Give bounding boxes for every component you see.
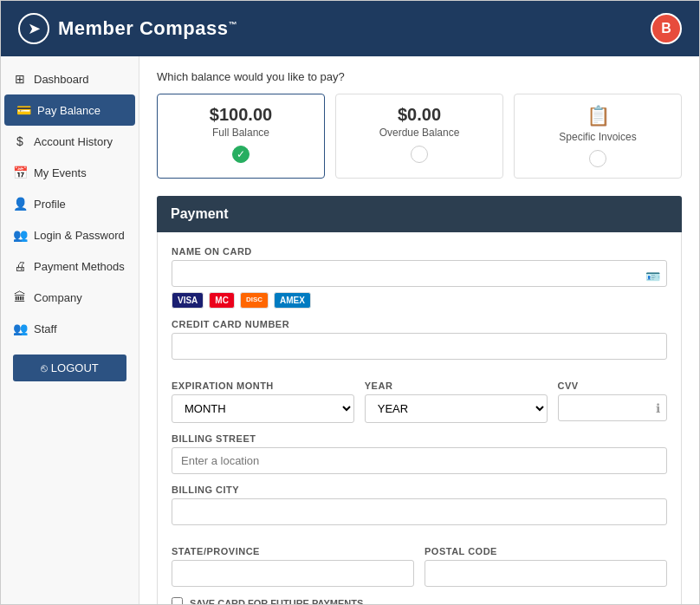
billing-street-group: BILLING STREET	[172, 433, 667, 474]
payment-body: NAME ON CARD 🪪 VISA MC DISC AMEX CREDIT …	[157, 232, 682, 604]
header-left: ➤ Member Compass™	[18, 13, 237, 44]
sidebar-item-pay-balance-label: Pay Balance	[37, 104, 100, 117]
compass-icon: ➤	[18, 13, 49, 44]
sidebar-item-my-events[interactable]: 📅 My Events	[1, 157, 139, 188]
expiry-year-label: YEAR	[365, 381, 548, 391]
company-icon: 🏛	[13, 290, 27, 304]
expiry-month-group: EXPIRATION MONTH MONTH	[172, 381, 354, 423]
checkboxes-area: SAVE CARD FOR FUTURE PAYMENTS ↘ AUTO-PAY…	[172, 597, 667, 604]
sidebar-item-account-history[interactable]: $ Account History	[1, 126, 139, 157]
balance-options: $100.00 Full Balance ✓ $0.00 Overdue Bal…	[157, 94, 682, 179]
payment-header: Payment	[157, 196, 682, 232]
postal-group: POSTAL CODE	[425, 546, 667, 587]
expiry-year-group: YEAR YEAR	[365, 381, 548, 423]
visa-icon: VISA	[172, 292, 204, 309]
state-group: STATE/PROVINCE	[172, 546, 414, 587]
name-on-card-group: NAME ON CARD 🪪 VISA MC DISC AMEX	[172, 246, 667, 309]
credit-card-label: CREDIT CARD NUMBER	[172, 319, 667, 329]
balance-full[interactable]: $100.00 Full Balance ✓	[157, 94, 325, 179]
expiry-month-select[interactable]: MONTH	[172, 394, 354, 423]
expiry-year-select[interactable]: YEAR	[365, 394, 548, 423]
sidebar-item-payment-methods[interactable]: 🖨 Payment Methods	[1, 250, 139, 282]
billing-city-input[interactable]	[172, 498, 667, 525]
sidebar: ⊞ Dashboard 💳 Pay Balance $ Account Hist…	[1, 56, 139, 604]
overdue-balance-indicator	[411, 146, 428, 163]
sidebar-item-dashboard-label: Dashboard	[34, 73, 89, 86]
specific-balance-label: Specific Invoices	[525, 131, 671, 143]
profile-icon: 👤	[13, 197, 27, 211]
sidebar-item-payment-methods-label: Payment Methods	[34, 260, 125, 273]
billing-street-input[interactable]	[172, 447, 667, 474]
balance-specific[interactable]: 📋 Specific Invoices	[514, 94, 682, 179]
expiry-month-label: EXPIRATION MONTH	[172, 381, 354, 391]
sidebar-item-staff[interactable]: 👥 Staff	[1, 313, 139, 344]
cvv-info-icon: ℹ	[656, 401, 660, 415]
sidebar-item-account-history-label: Account History	[34, 135, 113, 148]
sidebar-item-login-password[interactable]: 👥 Login & Password	[1, 219, 139, 250]
card-field-icon: 🪪	[645, 270, 660, 283]
sidebar-item-login-label: Login & Password	[34, 229, 125, 242]
full-balance-label: Full Balance	[168, 127, 314, 139]
save-card-label: SAVE CARD FOR FUTURE PAYMENTS	[190, 598, 363, 605]
logout-button[interactable]: ⎋ LOGOUT	[13, 355, 126, 381]
credit-card-group: CREDIT CARD NUMBER	[172, 319, 667, 370]
sidebar-item-dashboard[interactable]: ⊞ Dashboard	[1, 63, 139, 94]
sidebar-item-pay-balance[interactable]: 💳 Pay Balance	[4, 94, 135, 126]
balance-question: Which balance would you like to pay?	[157, 70, 682, 83]
cvv-group: CVV ℹ	[558, 381, 667, 423]
postal-input[interactable]	[425, 560, 667, 587]
sidebar-item-profile-label: Profile	[34, 198, 66, 211]
expiry-row: EXPIRATION MONTH MONTH YEAR YEAR CVV	[172, 381, 667, 423]
full-balance-indicator: ✓	[232, 146, 250, 163]
billing-city-group: BILLING CITY	[172, 485, 667, 536]
account-history-icon: $	[13, 134, 27, 148]
body: ⊞ Dashboard 💳 Pay Balance $ Account Hist…	[1, 56, 699, 604]
main-content: Which balance would you like to pay? $10…	[139, 56, 699, 604]
balance-overdue[interactable]: $0.00 Overdue Balance	[335, 94, 503, 179]
staff-icon: 👥	[13, 322, 27, 335]
full-balance-amount: $100.00	[168, 105, 314, 125]
save-card-checkbox[interactable]	[172, 597, 183, 604]
state-input[interactable]	[172, 560, 414, 587]
invoice-icon: 📋	[525, 105, 671, 127]
postal-label: POSTAL CODE	[425, 546, 667, 556]
sidebar-item-staff-label: Staff	[34, 322, 57, 335]
sidebar-item-company-label: Company	[34, 291, 82, 304]
specific-balance-indicator	[589, 150, 606, 167]
discover-icon: DISC	[240, 292, 269, 309]
amex-icon: AMEX	[274, 292, 311, 309]
sidebar-item-profile[interactable]: 👤 Profile	[1, 188, 139, 219]
sidebar-item-my-events-label: My Events	[34, 166, 87, 179]
dashboard-icon: ⊞	[13, 72, 27, 86]
billing-city-label: BILLING CITY	[172, 485, 667, 495]
name-input-wrapper: 🪪	[172, 260, 667, 292]
header: ➤ Member Compass™ B	[1, 1, 699, 56]
cvv-wrapper: ℹ	[558, 394, 667, 421]
name-on-card-label: NAME ON CARD	[172, 246, 667, 257]
overdue-balance-label: Overdue Balance	[347, 127, 492, 139]
sidebar-item-company[interactable]: 🏛 Company	[1, 282, 139, 313]
state-label: STATE/PROVINCE	[172, 546, 414, 556]
credit-card-input[interactable]	[172, 333, 667, 360]
overdue-balance-amount: $0.00	[347, 105, 492, 125]
payment-methods-icon: 🖨	[13, 259, 27, 273]
app-title: Member Compass™	[58, 17, 237, 40]
card-icons: VISA MC DISC AMEX	[172, 292, 667, 309]
events-icon: 📅	[13, 166, 27, 179]
name-on-card-input[interactable]	[172, 260, 667, 287]
billing-street-label: BILLING STREET	[172, 433, 667, 444]
cvv-label: CVV	[558, 381, 667, 391]
save-card-row: SAVE CARD FOR FUTURE PAYMENTS	[172, 597, 667, 604]
pay-balance-icon: 💳	[16, 103, 30, 117]
mastercard-icon: MC	[209, 292, 235, 309]
state-postal-row: STATE/PROVINCE POSTAL CODE	[172, 546, 667, 587]
user-badge[interactable]: B	[651, 13, 682, 44]
cvv-input[interactable]	[558, 394, 667, 421]
login-icon: 👥	[13, 228, 27, 242]
